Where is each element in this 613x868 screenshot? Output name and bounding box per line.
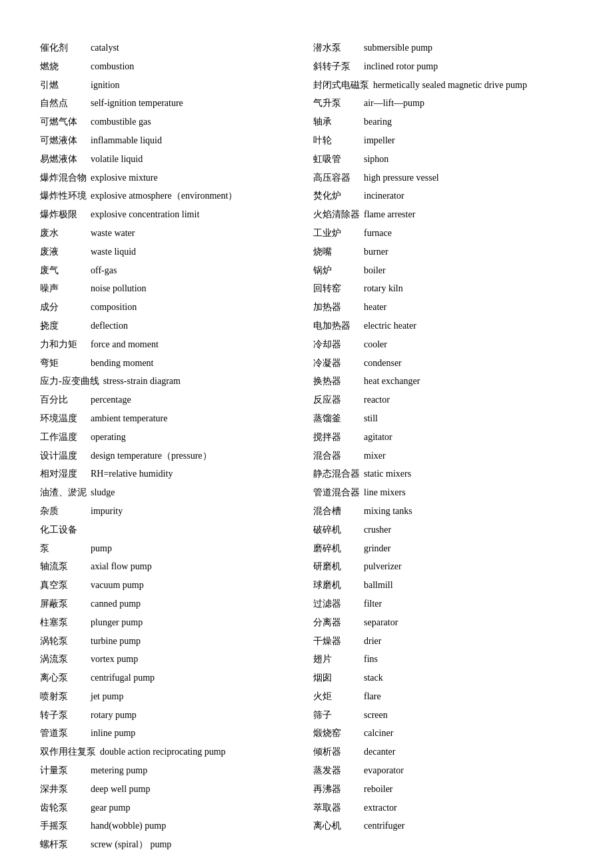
chinese-term: 干燥器	[313, 633, 360, 649]
english-term: sludge	[91, 485, 115, 501]
list-item: 冷却器cooler	[313, 337, 573, 353]
chinese-term: 锅炉	[313, 263, 360, 279]
chinese-term: 螺杆泵	[40, 837, 87, 853]
list-item: 易燃液体volatile liquid	[40, 151, 300, 167]
chinese-term: 磨碎机	[313, 541, 360, 557]
chinese-term: 管道混合器	[313, 485, 360, 501]
english-term: incinerator	[364, 188, 404, 204]
chinese-term: 力和力矩	[40, 337, 87, 353]
chinese-term: 混合器	[313, 448, 360, 464]
english-term: rotary kiln	[364, 281, 403, 297]
list-item: 球磨机ballmill	[313, 577, 573, 593]
chinese-term: 喷射泵	[40, 689, 87, 705]
chinese-term: 成分	[40, 299, 87, 315]
english-term: deflection	[91, 318, 128, 334]
list-item: 蒸馏釜still	[313, 411, 573, 427]
list-item: 斜转子泵inclined rotor pump	[313, 59, 573, 75]
chinese-term: 油渣、淤泥	[40, 485, 87, 501]
list-item: 磨碎机grinder	[313, 541, 573, 557]
list-item: 叶轮impeller	[313, 133, 573, 149]
list-item: 齿轮泵gear pump	[40, 800, 300, 816]
english-term: impeller	[364, 133, 395, 149]
english-term: heat exchanger	[364, 373, 420, 389]
list-item: 泵pump	[40, 541, 300, 557]
chinese-term: 相对湿度	[40, 466, 87, 482]
list-item: 火炬flare	[313, 689, 573, 705]
english-term: cooler	[364, 337, 387, 353]
english-term: RH=relative humidity	[91, 466, 173, 482]
english-term: ignition	[91, 77, 120, 93]
english-term: flame arrester	[364, 207, 415, 223]
english-term: decanter	[364, 744, 395, 760]
english-term: static mixers	[364, 466, 411, 482]
chinese-term: 火炬	[313, 689, 360, 705]
chinese-term: 离心机	[313, 818, 360, 834]
chinese-term: 烧嘴	[313, 244, 360, 260]
chinese-term: 轴承	[313, 114, 360, 130]
list-item: 混合器mixer	[313, 448, 573, 464]
english-term: vacuum pump	[91, 577, 144, 593]
list-item: 真空泵vacuum pump	[40, 577, 300, 593]
english-term: hand(wobble) pump	[91, 818, 166, 834]
chinese-term: 化工设备	[40, 522, 87, 538]
chinese-term: 混合槽	[313, 503, 360, 519]
english-term: centrifuger	[364, 818, 404, 834]
chinese-term: 叶轮	[313, 133, 360, 149]
list-item: 分离器separator	[313, 615, 573, 631]
list-item: 深井泵deep well pump	[40, 781, 300, 797]
english-term: self-ignition temperature	[91, 95, 183, 111]
list-item: 手摇泵hand(wobble) pump	[40, 818, 300, 834]
list-item: 倾析器decanter	[313, 744, 573, 760]
chinese-term: 离心泵	[40, 670, 87, 686]
chinese-term: 火焰清除器	[313, 207, 360, 223]
english-term: inline pump	[91, 725, 135, 741]
chinese-term: 轴流泵	[40, 559, 87, 575]
list-item: 换热器heat exchanger	[313, 373, 573, 389]
list-item: 喷射泵jet pump	[40, 689, 300, 705]
list-item: 计量泵metering pump	[40, 763, 300, 779]
english-term: double action reciprocating pump	[100, 744, 226, 760]
list-item: 静态混合器static mixers	[313, 466, 573, 482]
list-item: 再沸器reboiler	[313, 781, 573, 797]
english-term: drier	[364, 633, 381, 649]
chinese-term: 分离器	[313, 615, 360, 631]
list-item: 涡流泵vortex pump	[40, 651, 300, 667]
chinese-term: 搅拌器	[313, 429, 360, 445]
english-term: design temperature（pressure）	[91, 448, 212, 464]
list-item: 工作温度operating	[40, 429, 300, 445]
list-item: 化工设备	[40, 522, 300, 538]
chinese-term: 废液	[40, 244, 87, 260]
list-item: 爆炸性环境explosive atmosphere（environment）	[40, 188, 300, 204]
chinese-term: 真空泵	[40, 577, 87, 593]
list-item: 引燃ignition	[40, 77, 300, 93]
chinese-term: 倾析器	[313, 744, 360, 760]
chinese-term: 换热器	[313, 373, 360, 389]
chinese-term: 筛子	[313, 707, 360, 723]
list-item: 加热器heater	[313, 299, 573, 315]
chinese-term: 自然点	[40, 95, 87, 111]
chinese-term: 静态混合器	[313, 466, 360, 482]
list-item: 自然点self-ignition temperature	[40, 95, 300, 111]
chinese-term: 深井泵	[40, 781, 87, 797]
english-term: fins	[364, 651, 378, 667]
english-term: extractor	[364, 800, 397, 816]
english-term: reactor	[364, 392, 390, 408]
chinese-term: 可燃气体	[40, 114, 87, 130]
list-item: 潜水泵submersible pump	[313, 40, 573, 56]
chinese-term: 双作用往复泵	[40, 744, 96, 760]
english-term: waste liquid	[91, 244, 136, 260]
english-term: rotary pump	[91, 707, 137, 723]
list-item: 管道混合器line mixers	[313, 485, 573, 501]
english-term: combustion	[91, 59, 134, 75]
english-term: flare	[364, 689, 381, 705]
english-term: stack	[364, 670, 383, 686]
chinese-term: 高压容器	[313, 170, 360, 186]
english-term: impurity	[91, 503, 123, 519]
chinese-term: 齿轮泵	[40, 800, 87, 816]
list-item: 轴流泵axial flow pump	[40, 559, 300, 575]
list-item: 翅片fins	[313, 651, 573, 667]
list-item: 管道泵inline pump	[40, 725, 300, 741]
english-term: jet pump	[91, 689, 123, 705]
english-term: inflammable liquid	[91, 133, 162, 149]
english-term: pump	[91, 541, 112, 557]
